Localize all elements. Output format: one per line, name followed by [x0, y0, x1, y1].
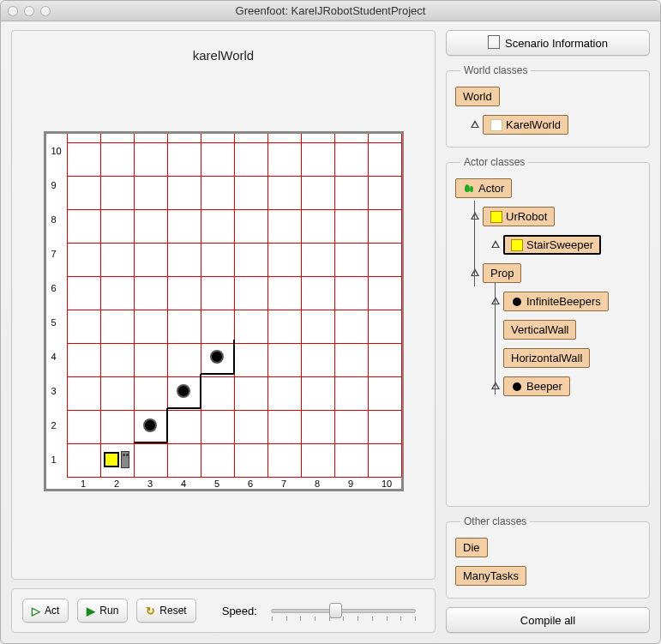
class-horizontalwall[interactable]: HorizontalWall — [503, 348, 590, 368]
reset-label: Reset — [159, 605, 186, 617]
slider-thumb[interactable] — [329, 603, 342, 618]
x-axis-label: 4 — [181, 478, 186, 489]
close-icon[interactable] — [8, 6, 18, 16]
x-axis-label: 9 — [348, 478, 353, 489]
class-infinitebeepers[interactable]: InfiniteBeepers — [503, 292, 609, 311]
y-axis-label: 4 — [51, 352, 57, 362]
inherit-arrow-icon — [490, 239, 502, 251]
x-axis-label: 2 — [114, 478, 119, 489]
y-axis-label: 9 — [51, 180, 57, 190]
wall — [134, 442, 167, 443]
class-actor[interactable]: Actor — [455, 178, 512, 198]
y-axis-label: 1 — [51, 454, 57, 465]
inherit-arrow-icon — [469, 119, 481, 131]
inherit-arrow-icon — [469, 211, 481, 223]
beeper[interactable] — [143, 418, 157, 432]
class-stairsweeper[interactable]: StairSweeper — [503, 235, 601, 255]
class-beeper[interactable]: Beeper — [503, 376, 570, 396]
wall — [167, 407, 201, 409]
y-axis-label: 5 — [51, 317, 57, 328]
y-axis-label: 8 — [51, 214, 57, 225]
app-window: Greenfoot: KarelJRobotStudentProject kar… — [0, 0, 661, 644]
class-manytasks[interactable]: ManyTasks — [455, 566, 526, 586]
window-title: Greenfoot: KarelJRobotStudentProject — [1, 4, 660, 17]
controls-toolbar: ▷ Act ▶ Run ↻ Reset Speed: — [11, 588, 436, 633]
speed-label: Speed: — [222, 605, 257, 617]
actor-classes-panel: Actor classes Actor UrRobot — [446, 156, 650, 507]
x-axis-label: 10 — [382, 478, 392, 489]
x-axis-label: 5 — [214, 478, 219, 489]
class-urrobot[interactable]: UrRobot — [483, 207, 555, 226]
wall — [201, 373, 234, 375]
inherit-arrow-icon — [490, 296, 502, 308]
actor-classes-legend: Actor classes — [460, 156, 528, 168]
beeper[interactable] — [210, 350, 224, 364]
beeper-icon — [513, 382, 521, 391]
play-step-icon: ▷ — [32, 605, 40, 617]
class-karelworld[interactable]: KarelWorld — [483, 115, 568, 135]
titlebar[interactable]: Greenfoot: KarelJRobotStudentProject — [1, 1, 660, 21]
x-axis-label: 3 — [147, 478, 153, 489]
play-icon: ▶ — [87, 605, 95, 617]
inherit-arrow-icon — [469, 268, 481, 280]
y-axis-label: 2 — [51, 420, 57, 430]
y-axis-label: 10 — [51, 146, 62, 156]
robot-icon — [490, 211, 502, 223]
robot-icon — [511, 239, 523, 251]
world-title: karelWorld — [193, 48, 254, 63]
class-prop[interactable]: Prop — [483, 263, 521, 283]
world-grid[interactable]: 1234567891012345678910 — [44, 131, 404, 491]
other-classes-panel: Other classes Die ManyTasks — [446, 515, 650, 599]
other-classes-legend: Other classes — [460, 515, 530, 527]
reset-button[interactable]: ↻ Reset — [136, 599, 195, 623]
document-icon — [488, 35, 500, 51]
window-controls — [1, 6, 51, 16]
class-die[interactable]: Die — [455, 538, 488, 557]
act-label: Act — [45, 605, 59, 617]
reset-icon: ↻ — [146, 605, 155, 617]
class-world[interactable]: World — [455, 87, 500, 106]
actor-foot-icon — [463, 183, 475, 195]
world-classes-panel: World classes World KarelWorld — [446, 64, 650, 147]
y-axis-label: 7 — [51, 249, 57, 259]
y-axis-label: 3 — [51, 386, 57, 396]
x-axis-label: 7 — [281, 478, 286, 489]
world-classes-legend: World classes — [460, 64, 531, 76]
inherit-arrow-icon — [490, 381, 502, 393]
y-axis-label: 6 — [51, 283, 57, 293]
minimize-icon[interactable] — [24, 6, 34, 16]
act-button[interactable]: ▷ Act — [22, 599, 69, 623]
zoom-icon[interactable] — [40, 6, 51, 16]
beeper-icon — [513, 298, 521, 306]
beeper[interactable] — [177, 384, 190, 398]
run-label: Run — [99, 605, 118, 617]
compile-all-button[interactable]: Compile all — [446, 607, 650, 633]
wall — [166, 408, 168, 442]
run-button[interactable]: ▶ Run — [77, 599, 128, 623]
x-axis-label: 1 — [81, 478, 86, 489]
wall — [233, 340, 235, 374]
karel-robot[interactable] — [104, 450, 129, 469]
scenario-info-label: Scenario Information — [505, 37, 608, 50]
wall — [200, 374, 201, 408]
world-panel: karelWorld 1234567891012345678910 — [11, 30, 436, 580]
world-icon — [490, 119, 502, 131]
speed-slider[interactable] — [271, 609, 416, 613]
x-axis-label: 8 — [315, 478, 320, 489]
x-axis-label: 6 — [248, 478, 253, 489]
scenario-info-button[interactable]: Scenario Information — [446, 30, 650, 56]
class-verticalwall[interactable]: VerticalWall — [503, 320, 576, 340]
compile-label: Compile all — [520, 614, 575, 627]
